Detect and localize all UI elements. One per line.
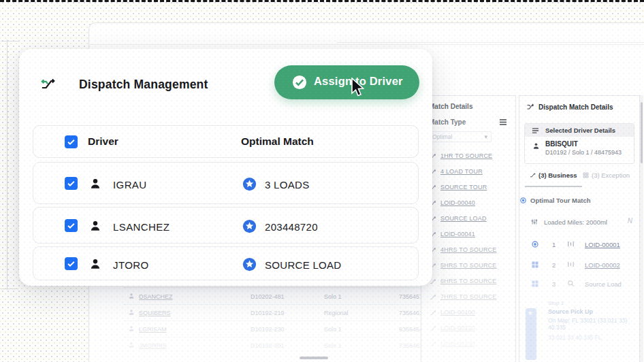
selected-driver-card: Selected Driver Details BBISQUIT D10192 … [524, 123, 634, 164]
person-icon [89, 178, 101, 190]
driver-name: BBISQUIT [545, 140, 578, 148]
driver-meta: D10192 / Solo 1 / 48475943 [545, 149, 622, 156]
source-load-label[interactable]: Source Load [585, 280, 622, 288]
tour-stop-row: 1 LOID-00001 [519, 239, 641, 255]
optimal-match-value: 3 LOADS [265, 179, 309, 191]
person-icon [128, 325, 135, 332]
chevron-down-icon: ▾ [484, 133, 487, 140]
load-link[interactable]: LOID-00001 [585, 241, 620, 248]
match-type-label: Match Type [429, 118, 466, 126]
grid-icon [531, 261, 539, 269]
distance-icon [567, 240, 575, 248]
mouse-cursor [349, 78, 366, 98]
tab-exception[interactable]: (3) Exception [583, 171, 630, 179]
star-badge-icon [242, 177, 257, 191]
optimal-tour-match-title: Optimal Tour Match [530, 197, 591, 204]
guide-tick-top [1, 41, 18, 42]
dispatch-match-details-panel: Dispatch Match Details Selected Driver D… [519, 95, 640, 362]
match-details-panel: Match Details Match Type Optimal ▾ 1HR T… [421, 95, 516, 362]
star-badge-icon [242, 257, 257, 272]
panel-title: Match Details [429, 103, 472, 110]
faded-stop-tag: Stop 1 [548, 300, 564, 306]
load-link[interactable]: LOID-00002 [585, 261, 620, 269]
grid-icon [583, 172, 589, 178]
detail-tabs: (3) Business (3) Exception [524, 169, 634, 184]
person-icon [128, 342, 135, 348]
list-icon [532, 127, 539, 134]
dispatch-route-icon [526, 103, 534, 111]
star-badge-icon [242, 219, 257, 233]
faded-stop-line: On Map: FL 33021 (33.021 33) 40.335 [548, 317, 630, 331]
person-icon [532, 142, 540, 150]
table-header-row: Driver Optimal Match [33, 125, 419, 158]
tab-business[interactable]: (3) Business [530, 171, 577, 179]
column-header-optimal-match: Optimal Match [241, 135, 314, 148]
route-icon [530, 172, 536, 178]
selected-driver-header: Selected Driver Details [525, 124, 634, 137]
driver-name: JTORO [113, 259, 149, 271]
search-icon [567, 280, 575, 287]
stop-number: 3 [552, 280, 556, 288]
table-row[interactable]: JMORRIS D10192-301 Solo 1 73564614 [124, 338, 444, 354]
active-tab-indicator [525, 186, 582, 187]
driver-row[interactable]: IGRAU 3 LOADS [33, 162, 419, 204]
target-icon [519, 197, 527, 204]
frame-dashed-border [0, 0, 644, 2]
optimal-match-value: 203448720 [265, 221, 318, 233]
list-view-icon[interactable] [499, 118, 507, 126]
table-row[interactable]: SQUIBERS D10192-219 Regional 73564613 [124, 306, 444, 321]
dispatch-management-modal: Dispatch Management Assign to Driver Dri… [19, 49, 432, 286]
grid-icon [531, 280, 539, 288]
person-icon [89, 258, 101, 270]
person-icon [128, 309, 135, 316]
tour-stop-row: 3 Source Load [519, 278, 641, 295]
target-icon [531, 240, 539, 248]
select-all-checkbox[interactable] [65, 135, 78, 148]
loaded-miles: Loaded Miles: 2000ml [544, 218, 607, 226]
stop-number: 1 [552, 241, 556, 248]
table-row[interactable]: DSANCHEZ D10202-481 Solo 1 73564576 [124, 289, 444, 305]
check-circle-icon [292, 75, 307, 90]
panel-title: Dispatch Match Details [538, 103, 613, 111]
optimal-match-value: SOURCE LOAD [265, 259, 342, 271]
guide-line-vertical [7, 39, 7, 290]
person-icon [128, 293, 135, 299]
modal-title: Dispatch Management [79, 78, 208, 92]
sliders-icon [531, 218, 538, 225]
person-icon [89, 220, 101, 232]
faded-stop-line: 33.021 33 40.335 FL [548, 334, 630, 341]
search-underline [337, 42, 644, 43]
column-header-driver: Driver [88, 135, 118, 148]
driver-name: IGRAU [113, 179, 147, 191]
row-checkbox[interactable] [65, 257, 78, 270]
match-type-dropdown[interactable]: Optimal ▾ [429, 131, 492, 142]
compass-icon: N [628, 217, 632, 225]
row-checkbox[interactable] [65, 177, 78, 190]
stop-number: 2 [552, 261, 556, 269]
horizontal-scrollbar-thumb[interactable] [300, 357, 328, 359]
table-row[interactable]: LGRISAM D10192-230 Solo 1 93564547 [124, 322, 444, 338]
driver-row[interactable]: JTORO SOURCE LOAD [33, 246, 419, 280]
guide-tick-bottom [1, 289, 18, 289]
assign-to-driver-button[interactable]: Assign to Driver [274, 65, 419, 99]
faded-stop-title: Source Pick Up [548, 308, 593, 315]
scrollbar-thumb[interactable] [641, 102, 643, 163]
stop-timeline-bar [526, 308, 536, 360]
driver-row[interactable]: LSANCHEZ 203448720 [33, 207, 419, 244]
row-checkbox[interactable] [65, 219, 78, 232]
driver-name: LSANCHEZ [113, 221, 170, 233]
distance-icon [567, 261, 575, 268]
dispatch-route-icon [41, 78, 56, 91]
tour-stop-row: 2 LOID-00002 [519, 259, 641, 276]
